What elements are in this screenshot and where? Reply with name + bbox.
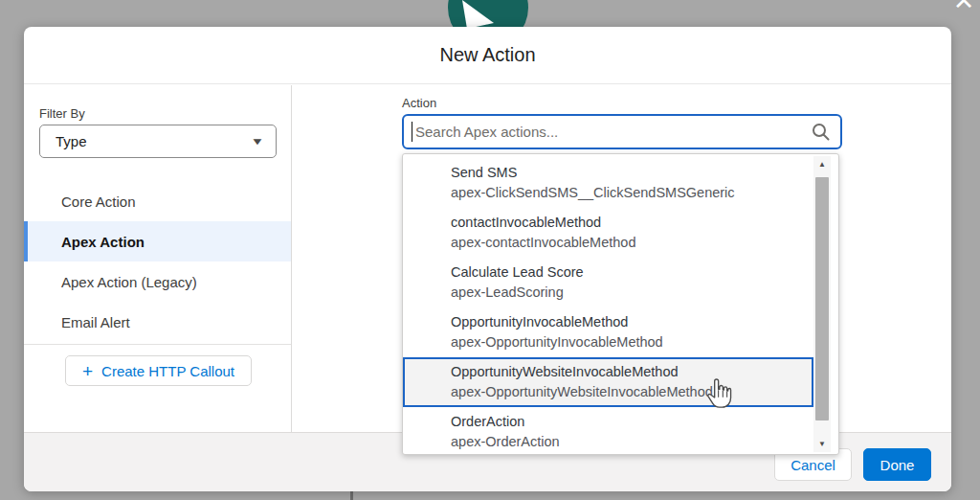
modal-body: Filter By Type ▼ Core Action Apex Action… [24, 85, 951, 432]
results-list: Send SMS apex-ClickSendSMS__ClickSendSMS… [403, 158, 813, 457]
type-dropdown-value: Type [56, 133, 253, 149]
sidebar-item-apex-action[interactable]: Apex Action [24, 221, 291, 261]
result-title: OpportunityInvocableMethod [451, 312, 804, 332]
result-title: Calculate Lead Score [451, 262, 804, 283]
result-subtitle: apex-contactInvocableMethod [451, 233, 804, 253]
filter-by-label: Filter By [39, 106, 85, 121]
result-subtitle: apex-OpportunityWebsiteInvocableMethod [451, 382, 804, 402]
action-panel: Action Send SMS apex-ClickSendSMS__Click… [292, 85, 951, 432]
result-order-action[interactable]: OrderAction apex-OrderAction [403, 407, 813, 457]
create-http-callout-button[interactable]: + Create HTTP Callout [65, 355, 252, 386]
sidebar-item-core-action[interactable]: Core Action [24, 181, 291, 221]
text-caret [412, 122, 412, 142]
new-action-modal: New Action Filter By Type ▼ Core Action … [24, 27, 951, 491]
sidebar-item-apex-action-legacy[interactable]: Apex Action (Legacy) [24, 261, 291, 302]
result-subtitle: apex-ClickSendSMS__ClickSendSMSGeneric [451, 183, 804, 203]
result-title: OpportunityWebsiteInvocableMethod [451, 362, 804, 382]
search-input[interactable] [402, 114, 842, 149]
result-subtitle: apex-LeadScoring [451, 283, 804, 303]
result-calculate-lead-score[interactable]: Calculate Lead Score apex-LeadScoring [403, 258, 813, 307]
result-opportunity-website-invocable-method[interactable]: OpportunityWebsiteInvocableMethod apex-O… [403, 357, 813, 407]
sidebar-divider [24, 344, 291, 345]
scroll-down-icon[interactable]: ▼ [813, 436, 831, 452]
create-http-callout-label: Create HTTP Callout [101, 363, 234, 379]
result-send-sms[interactable]: Send SMS apex-ClickSendSMS__ClickSendSMS… [403, 158, 813, 208]
close-icon[interactable]: ✕ [949, 0, 978, 15]
action-search-combobox [402, 114, 842, 149]
result-subtitle: apex-OpportunityInvocableMethod [451, 332, 804, 352]
result-opportunity-invocable-method[interactable]: OpportunityInvocableMethod apex-Opportun… [403, 307, 813, 357]
modal-header: New Action [24, 27, 951, 84]
plus-icon: + [82, 362, 93, 380]
scrollbar-thumb[interactable] [815, 177, 829, 420]
result-subtitle: apex-OrderAction [451, 432, 804, 452]
sidebar-item-email-alert[interactable]: Email Alert [24, 302, 291, 342]
result-title: OrderAction [451, 412, 804, 432]
result-title: contactInvocableMethod [451, 213, 804, 233]
chevron-down-icon: ▼ [251, 136, 265, 147]
result-title: Send SMS [451, 163, 804, 183]
result-contact-invocable-method[interactable]: contactInvocableMethod apex-contactInvoc… [403, 208, 813, 258]
search-icon [812, 123, 830, 141]
search-results-dropdown: Send SMS apex-ClickSendSMS__ClickSendSMS… [402, 153, 839, 455]
flow-connector-line [350, 491, 353, 500]
scroll-up-icon[interactable]: ▲ [813, 156, 831, 172]
filter-type-list: Core Action Apex Action Apex Action (Leg… [24, 181, 291, 342]
filter-sidebar: Filter By Type ▼ Core Action Apex Action… [24, 85, 292, 432]
dropdown-scrollbar[interactable]: ▲ ▼ [813, 156, 831, 452]
hand-cursor-icon [705, 378, 732, 409]
type-dropdown[interactable]: Type ▼ [39, 125, 277, 158]
done-button[interactable]: Done [863, 448, 931, 481]
action-label: Action [402, 96, 436, 110]
page-title: New Action [439, 44, 535, 66]
